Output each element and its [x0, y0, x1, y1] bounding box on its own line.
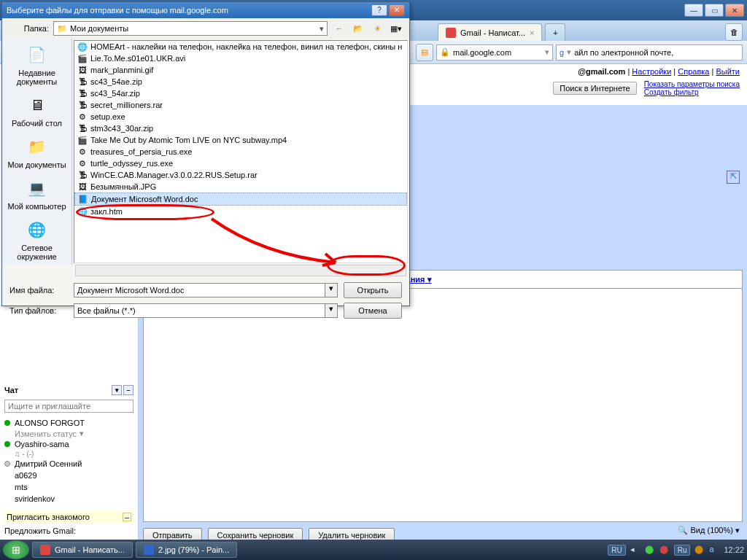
create-filter-link[interactable]: Создать фильтр — [644, 88, 740, 96]
chat-contact[interactable]: a0629 — [4, 470, 133, 481]
back-icon[interactable]: ← — [332, 21, 347, 36]
clock[interactable]: 12:22 — [724, 545, 744, 554]
folder-combo[interactable]: 📁 Мои документы ▾ — [53, 21, 328, 36]
start-button[interactable]: ⊞ — [3, 540, 29, 559]
address-bar[interactable]: 🔒 mail.google.com ▾ — [436, 44, 553, 61]
file-row[interactable]: 🗜secret_millioners.rar — [74, 99, 407, 111]
file-row[interactable]: 🎬Lie.To.Me.s01e01.UKR.avi — [74, 52, 407, 64]
search-dropdown-icon[interactable]: ▾ — [567, 47, 571, 57]
chat-contact[interactable]: sviridenkov — [4, 493, 133, 505]
file-row[interactable]: 🖼mark_planmini.gif — [74, 64, 407, 76]
help-link[interactable]: Справка — [678, 67, 709, 76]
file-row[interactable]: 🗜stm3c43_30ar.zip — [74, 122, 407, 134]
status-dot-icon — [4, 461, 10, 467]
place-item[interactable]: 🌐Сетевое окружение — [4, 218, 70, 261]
folder-value: Мои документы — [70, 24, 128, 33]
change-status-link[interactable]: Изменить статус — [15, 429, 77, 438]
tray-icon[interactable]: ⬤ — [645, 545, 655, 555]
status-dot-icon — [4, 441, 10, 447]
chat-me-name: ALONSO FORGOT — [15, 419, 85, 427]
file-row[interactable]: 🖼Безымянный.JPG — [74, 181, 407, 192]
filetype-label: Тип файлов: — [9, 306, 68, 315]
tray-icon[interactable]: a — [709, 545, 719, 555]
search-text: айл по электронной почте, — [574, 48, 673, 57]
close-button[interactable]: ✕ — [725, 4, 744, 17]
address-host: mail.google.com — [453, 48, 511, 57]
tray-icon[interactable]: ⬤ — [659, 545, 670, 555]
file-list[interactable]: 🌐HOMEArt - наклейки на телефон, наклейка… — [74, 40, 408, 263]
filename-dropdown-icon[interactable]: ▾ — [325, 283, 338, 298]
cancel-button[interactable]: Отмена — [344, 303, 402, 319]
gmail-favicon — [446, 28, 456, 38]
chat-search-input[interactable] — [4, 400, 133, 413]
signout-link[interactable]: Выйти — [716, 67, 740, 76]
place-item[interactable]: 🖥Рабочий стол — [12, 93, 62, 128]
chat-contact[interactable]: Oyashiro-sama — [4, 438, 133, 450]
tab-gmail[interactable]: Gmail - Написат... × — [438, 23, 542, 41]
file-row[interactable]: ⚙turtle_odyssey_rus.exe — [74, 158, 407, 169]
language-indicator[interactable]: RU — [608, 545, 625, 556]
file-row[interactable]: 🎬Take Me Out by Atomic Tom LIVE on NYC s… — [74, 134, 407, 146]
compose-body[interactable] — [143, 289, 743, 522]
dialog-close-button[interactable]: ✕ — [389, 4, 405, 16]
file-type-icon: ⚙ — [77, 158, 88, 168]
file-type-icon: 🗜 — [77, 170, 88, 180]
file-row[interactable]: 📘Документ Microsoft Word.doc — [74, 192, 407, 206]
show-search-options-link[interactable]: Показать параметры поиска — [644, 80, 740, 88]
popout-icon[interactable]: ⇱ — [727, 171, 740, 184]
contact-name: a0629 — [15, 471, 37, 480]
filetype-select[interactable] — [74, 303, 325, 318]
place-label: Рабочий стол — [12, 119, 62, 128]
new-tab-button[interactable]: + — [545, 23, 565, 41]
tray-icon[interactable]: ◂ — [630, 545, 640, 555]
horizontal-scrollbar[interactable] — [75, 265, 406, 276]
search-web-button[interactable]: Поиск в Интернете — [553, 82, 636, 95]
file-type-icon: 🗜 — [77, 123, 88, 133]
file-row[interactable]: ⚙treasures_of_persia_rus.exe — [74, 146, 407, 158]
invite-collapse-icon[interactable]: – — [123, 513, 131, 521]
dropdown-icon[interactable]: ▾ — [545, 47, 549, 57]
filename-label: Имя файла: — [9, 286, 68, 295]
place-item[interactable]: 📄Недавние документы — [4, 43, 70, 86]
file-row[interactable]: 🌐HOMEArt - наклейки на телефон, наклейка… — [74, 41, 407, 52]
status-dropdown-icon[interactable]: ▾ — [80, 429, 84, 438]
zoom-status[interactable]: 🔍 Вид (100%) ▾ — [678, 526, 740, 535]
folder-dropdown-icon[interactable]: ▾ — [320, 24, 324, 34]
file-row[interactable]: 🌐закл.htm — [74, 206, 407, 217]
maximize-button[interactable]: ▭ — [705, 4, 724, 17]
dialog-titlebar[interactable]: Выберите файлы для отправки с помощью ma… — [2, 2, 409, 18]
chat-contact[interactable]: Дмитрий Осенний — [4, 458, 133, 470]
rss-icon[interactable]: ▤ — [416, 44, 433, 61]
taskbar-item[interactable]: 2.jpg (79%) - Pain... — [136, 542, 237, 558]
language-indicator-2[interactable]: Ru — [674, 545, 691, 556]
chat-me[interactable]: ALONSO FORGOT — [4, 417, 133, 429]
new-folder-icon[interactable]: ✳ — [370, 21, 384, 36]
filename-input[interactable] — [74, 283, 325, 298]
file-name: sc43_54ae.zip — [90, 77, 142, 86]
up-icon[interactable]: 📂 — [351, 21, 365, 36]
dialog-help-button[interactable]: ? — [371, 4, 387, 16]
place-item[interactable]: 📁Мои документы — [7, 135, 66, 169]
file-row[interactable]: 🗜sc43_54ae.zip — [74, 76, 407, 88]
open-button[interactable]: Открыть — [344, 282, 402, 298]
file-row[interactable]: ⚙setup.exe — [74, 111, 407, 122]
filetype-dropdown-icon[interactable]: ▾ — [325, 303, 338, 318]
file-type-icon: 🎬 — [77, 53, 88, 63]
tab-close-icon[interactable]: × — [530, 28, 534, 37]
view-menu-icon[interactable]: ▦▾ — [389, 21, 403, 36]
chat-options-icon[interactable]: ▾ — [112, 385, 122, 395]
chat-contact[interactable]: mts — [4, 481, 133, 493]
file-row[interactable]: 🗜WinCE.CAB.Manager.v3.0.0.22.RUS.Setup.r… — [74, 169, 407, 181]
contact-name: sviridenkov — [15, 494, 55, 503]
chat-collapse-icon[interactable]: – — [123, 385, 133, 395]
file-row[interactable]: 🗜sc43_54ar.zip — [74, 88, 407, 99]
taskbar-item[interactable]: Gmail - Написать... — [32, 542, 133, 558]
trash-icon[interactable]: 🗑 — [725, 23, 743, 41]
settings-link[interactable]: Настройки — [632, 67, 671, 76]
search-engine-icon: g — [560, 48, 564, 57]
browser-search-box[interactable]: g ▾ айл по электронной почте, — [556, 44, 743, 61]
invite-link[interactable]: Пригласить знакомого — [7, 513, 90, 521]
place-item[interactable]: 💻Мой компьютер — [7, 176, 66, 211]
tray-icon[interactable]: ⬤ — [694, 545, 705, 555]
minimize-button[interactable]: — — [684, 4, 703, 17]
